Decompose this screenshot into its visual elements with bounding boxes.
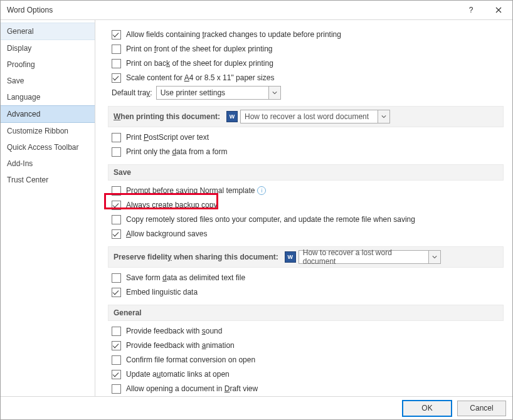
opt-postscript[interactable]: Print PostScript over text: [112, 131, 504, 144]
opt-label: Embed linguistic data: [126, 288, 198, 297]
opt-label: Always create backup copy: [126, 201, 217, 209]
dialog-body: General Display Proofing Save Language A…: [1, 20, 512, 396]
opt-label: Print PostScript over text: [126, 133, 209, 142]
checkbox[interactable]: [112, 384, 121, 394]
opt-label: Print only the data from a form: [126, 147, 227, 156]
sidebar-item-quick-access[interactable]: Quick Access Toolbar: [1, 139, 95, 155]
checkbox[interactable]: [112, 201, 121, 210]
opt-label: Allow background saves: [126, 229, 207, 238]
section-preserve-fidelity: Preserve fidelity when sharing this docu…: [108, 246, 504, 268]
close-icon: [495, 7, 502, 13]
cancel-button[interactable]: Cancel: [457, 401, 506, 416]
opt-embed-linguistic[interactable]: Embed linguistic data: [112, 286, 504, 298]
checkbox[interactable]: [112, 341, 121, 350]
sidebar: General Display Proofing Save Language A…: [1, 20, 95, 396]
opt-label: Prompt before saving Normal template: [126, 186, 255, 195]
default-tray-select[interactable]: Use printer settings: [156, 86, 281, 100]
opt-label: Update automatic links at open: [126, 370, 230, 379]
opt-save-form-data[interactable]: Save form data as delimited text file: [112, 271, 504, 284]
opt-backup-copy[interactable]: Always create backup copy: [112, 199, 504, 211]
checkbox[interactable]: [112, 229, 121, 239]
default-tray-row: Default tray: Use printer settings: [112, 86, 504, 100]
titlebar: Word Options ?: [1, 1, 512, 20]
opt-print-data-only[interactable]: Print only the data from a form: [112, 145, 504, 158]
opt-label: Save form data as delimited text file: [126, 273, 245, 282]
checkbox[interactable]: [112, 30, 121, 39]
ok-button[interactable]: OK: [402, 400, 452, 417]
checkbox[interactable]: [112, 355, 121, 365]
opt-label: Allow opening a document in Draft view: [126, 384, 258, 393]
opt-label: Provide feedback with animation: [126, 341, 235, 350]
opt-label: Provide feedback with sound: [126, 327, 222, 335]
opt-label: Scale content for A4 or 8.5 x 11" paper …: [126, 73, 274, 82]
opt-label: Confirm file format conversion on open: [126, 355, 255, 364]
word-doc-icon: W: [285, 251, 296, 263]
sidebar-item-customize-ribbon[interactable]: Customize Ribbon: [1, 123, 95, 139]
section-save: Save: [108, 164, 504, 181]
checkbox[interactable]: [112, 215, 121, 224]
checkbox[interactable]: [112, 273, 121, 283]
opt-open-draft[interactable]: Allow opening a document in Draft view: [112, 382, 504, 395]
sidebar-item-language[interactable]: Language: [1, 89, 95, 105]
fidelity-doc-select[interactable]: How to recover a lost word document: [299, 250, 441, 264]
opt-tracked-changes[interactable]: Allow fields containing tracked changes …: [112, 28, 504, 41]
checkbox[interactable]: [112, 73, 121, 83]
opt-print-back[interactable]: Print on back of the sheet for duplex pr…: [112, 57, 504, 70]
section-when-printing: When printing this document: W How to re…: [108, 106, 504, 127]
opt-scale-a4[interactable]: Scale content for A4 or 8.5 x 11" paper …: [112, 71, 504, 84]
opt-allow-bg-saves[interactable]: Allow background saves: [112, 228, 504, 240]
opt-feedback-animation[interactable]: Provide feedback with animation: [112, 339, 504, 352]
opt-feedback-sound[interactable]: Provide feedback with sound: [112, 325, 504, 337]
sidebar-item-proofing[interactable]: Proofing: [1, 56, 95, 73]
sidebar-item-display[interactable]: Display: [1, 40, 95, 56]
opt-update-auto-links[interactable]: Update automatic links at open: [112, 368, 504, 381]
opt-label: Copy remotely stored files onto your com…: [126, 215, 415, 224]
info-icon[interactable]: i: [257, 186, 266, 195]
close-button[interactable]: [485, 1, 512, 19]
when-printing-doc-select[interactable]: How to recover a lost word document: [240, 110, 390, 123]
sidebar-item-advanced[interactable]: Advanced: [1, 105, 95, 123]
content-scroll[interactable]: Allow fields containing tracked changes …: [95, 20, 512, 396]
help-icon: ?: [469, 6, 473, 14]
checkbox[interactable]: [112, 186, 121, 196]
checkbox[interactable]: [112, 45, 121, 54]
opt-confirm-file-format[interactable]: Confirm file format conversion on open: [112, 354, 504, 366]
dialog-title: Word Options: [7, 6, 457, 14]
checkbox[interactable]: [112, 370, 121, 379]
opt-print-front[interactable]: Print on front of the sheet for duplex p…: [112, 43, 504, 55]
checkbox[interactable]: [112, 59, 121, 68]
sidebar-item-trust-center[interactable]: Trust Center: [1, 172, 95, 188]
opt-prompt-normal[interactable]: Prompt before saving Normal template i: [112, 184, 504, 197]
chevron-down-icon: [428, 251, 440, 263]
checkbox[interactable]: [112, 288, 121, 297]
section-general: General: [108, 305, 504, 321]
chevron-down-icon: [268, 87, 280, 99]
content-wrap: Allow fields containing tracked changes …: [95, 20, 512, 396]
opt-label: Print on back of the sheet for duplex pr…: [126, 59, 273, 68]
default-tray-label: Default tray:: [112, 88, 152, 97]
word-options-dialog: Word Options ? General Display Proofing …: [0, 0, 513, 420]
footer: OK Cancel: [1, 396, 512, 419]
sidebar-item-addins[interactable]: Add-Ins: [1, 155, 95, 172]
checkbox[interactable]: [112, 133, 121, 142]
checkbox[interactable]: [112, 147, 121, 157]
opt-label: Print on front of the sheet for duplex p…: [126, 45, 273, 53]
opt-label: Allow fields containing tracked changes …: [126, 30, 341, 39]
opt-copy-remote[interactable]: Copy remotely stored files onto your com…: [112, 213, 504, 226]
chevron-down-icon: [378, 110, 389, 123]
checkbox[interactable]: [112, 327, 121, 336]
sidebar-item-save[interactable]: Save: [1, 73, 95, 89]
help-button[interactable]: ?: [457, 1, 485, 19]
sidebar-item-general[interactable]: General: [1, 23, 95, 40]
word-doc-icon: W: [226, 111, 238, 122]
